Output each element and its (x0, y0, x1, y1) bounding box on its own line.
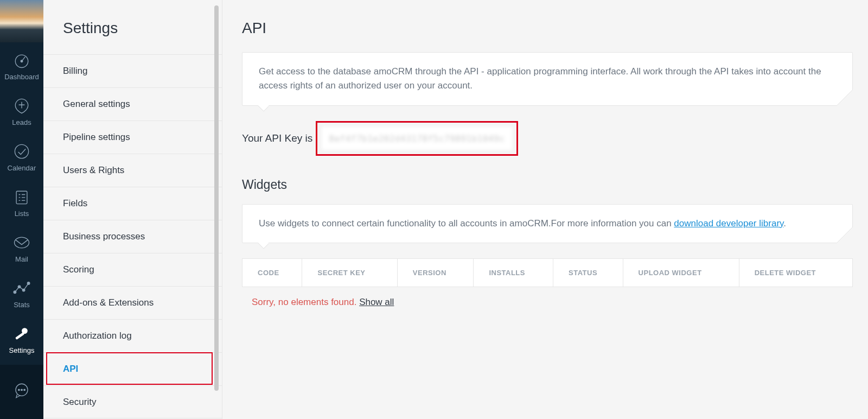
widgets-table: CODE SECRET KEY VERSION INSTALLS STATUS … (242, 258, 853, 287)
api-info-box: Get access to the database amoCRM throug… (242, 52, 853, 106)
svg-point-2 (15, 144, 28, 158)
rail-label: Settings (9, 346, 35, 354)
svg-point-7 (22, 289, 25, 291)
leads-icon (11, 96, 32, 116)
settings-sidebar: Settings Billing General settings Pipeli… (43, 0, 222, 419)
svg-point-11 (18, 389, 20, 391)
rail-item-settings[interactable]: Settings (0, 316, 43, 361)
sidebar-item-api[interactable]: API (43, 352, 222, 385)
account-banner[interactable] (0, 0, 43, 42)
dashboard-icon (11, 50, 32, 71)
sidebar-item-fields[interactable]: Fields (43, 187, 222, 220)
empty-message: Sorry, no elements found. (252, 297, 359, 307)
sidebar-item-scoring[interactable]: Scoring (43, 253, 222, 286)
empty-state: Sorry, no elements found. Show all (242, 287, 853, 308)
sidebar-item-authlog[interactable]: Authorization log (43, 319, 222, 352)
sidebar-item-billing[interactable]: Billing (43, 54, 222, 87)
show-all-link[interactable]: Show all (359, 297, 394, 307)
svg-point-6 (18, 285, 21, 288)
svg-point-12 (21, 389, 23, 391)
sidebar-title: Settings (43, 0, 222, 54)
box-corner-fold (837, 227, 853, 243)
download-library-link[interactable]: download developer library (674, 218, 783, 228)
sidebar-item-label: Security (63, 397, 96, 408)
sidebar-item-business[interactable]: Business processes (43, 220, 222, 253)
chat-icon (12, 382, 31, 402)
api-key-row: Your API Key is 8ef4f7b1e202d43178f5c798… (242, 121, 853, 156)
sidebar-item-label: Billing (63, 66, 87, 77)
sidebar-scrollbar[interactable] (214, 5, 219, 391)
annotation-highlight-api-key: 8ef4f7b1e202d43178f5c79891b1049c (316, 121, 518, 156)
svg-point-4 (15, 237, 29, 248)
settings-icon (11, 323, 32, 344)
widgets-info-box: Use widgets to connect certain functiona… (242, 204, 853, 243)
mail-icon (11, 232, 32, 253)
sidebar-item-label: Scoring (63, 264, 94, 275)
svg-point-1 (21, 60, 23, 62)
main-content: API Get access to the database amoCRM th… (227, 0, 868, 419)
rail-label: Leads (12, 118, 31, 126)
rail-item-mail[interactable]: Mail (0, 225, 43, 270)
widgets-info-text-pre: Use widgets to connect certain functiona… (259, 218, 674, 228)
th-installs[interactable]: INSTALLS (474, 259, 553, 287)
th-code[interactable]: CODE (242, 259, 302, 287)
rail-label: Calendar (8, 164, 36, 172)
rail-item-stats[interactable]: Stats (0, 270, 43, 316)
svg-point-13 (24, 389, 25, 391)
lists-icon (11, 187, 32, 207)
sidebar-item-users[interactable]: Users & Rights (43, 154, 222, 187)
sidebar-item-security[interactable]: Security (43, 385, 222, 418)
widgets-title: Widgets (242, 177, 853, 192)
th-delete[interactable]: DELETE WIDGET (739, 259, 852, 287)
rail-label: Dashboard (4, 73, 39, 81)
nav-rail: Dashboard Leads Calendar Lists Mail Stat… (0, 0, 43, 419)
box-corner-fold (837, 90, 853, 106)
sidebar-item-pipeline[interactable]: Pipeline settings (43, 120, 222, 154)
sidebar-item-label: Add-ons & Extensions (63, 297, 154, 308)
sidebar-item-label: Pipeline settings (63, 132, 130, 143)
rail-label: Stats (14, 301, 30, 309)
sidebar-item-label: Business processes (63, 231, 145, 242)
rail-item-calendar[interactable]: Calendar (0, 134, 43, 179)
rail-item-lists[interactable]: Lists (0, 179, 43, 225)
box-tail (258, 243, 269, 249)
box-tail (258, 105, 269, 112)
th-version[interactable]: VERSION (397, 259, 474, 287)
rail-label: Mail (15, 255, 28, 263)
sidebar-item-label: Users & Rights (63, 165, 124, 176)
sidebar-item-label: Authorization log (63, 331, 132, 341)
rail-label: Lists (15, 210, 29, 218)
widgets-info-text-post: . (783, 218, 786, 228)
sidebar-item-label: API (63, 364, 78, 374)
svg-rect-9 (15, 332, 24, 339)
sidebar-item-general[interactable]: General settings (43, 87, 222, 120)
api-key-label: Your API Key is (242, 132, 312, 144)
stats-icon (11, 278, 32, 299)
sidebar-item-label: General settings (63, 99, 130, 110)
th-status[interactable]: STATUS (553, 259, 623, 287)
page-title: API (242, 20, 853, 37)
api-info-text: Get access to the database amoCRM throug… (259, 66, 821, 91)
th-upload[interactable]: UPLOAD WIDGET (623, 259, 739, 287)
api-key-value[interactable]: 8ef4f7b1e202d43178f5c79891b1049c (321, 126, 513, 151)
th-secret-key[interactable]: SECRET KEY (302, 259, 397, 287)
sidebar-item-addons[interactable]: Add-ons & Extensions (43, 286, 222, 319)
sidebar-item-label: Fields (63, 198, 87, 209)
rail-chat[interactable] (0, 365, 43, 419)
rail-item-leads[interactable]: Leads (0, 88, 43, 134)
rail-item-dashboard[interactable]: Dashboard (0, 42, 43, 88)
svg-point-8 (27, 282, 30, 284)
calendar-icon (11, 141, 32, 162)
svg-point-5 (14, 290, 16, 293)
